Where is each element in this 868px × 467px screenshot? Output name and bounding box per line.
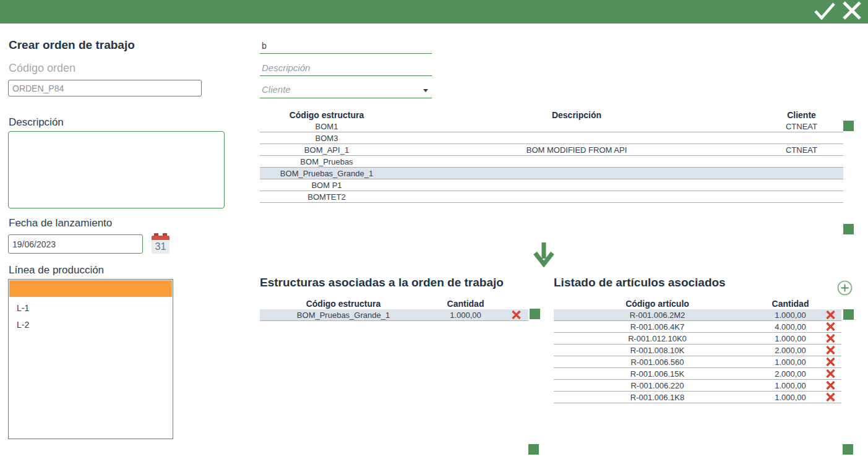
cell-codigo: R-001.006.2M2 <box>554 311 761 320</box>
delete-article-button[interactable] <box>820 380 841 391</box>
cell-codigo: BOMTET2 <box>260 192 393 202</box>
filter-codigo-input[interactable] <box>260 38 432 54</box>
header-codigo-estructura: Código estructura <box>260 110 393 120</box>
delete-article-button[interactable] <box>820 368 841 379</box>
transfer-down-arrow-icon[interactable] <box>533 241 554 270</box>
article-row[interactable]: R-001.006.560 1.000,00 <box>554 356 841 368</box>
chevron-down-icon <box>423 89 428 92</box>
filter-descripcion-input[interactable] <box>260 60 432 76</box>
confirm-button[interactable] <box>812 1 837 22</box>
linea-listbox[interactable]: L-1 L-2 <box>8 279 173 439</box>
linea-selected-row[interactable] <box>9 280 172 297</box>
codigo-orden-input[interactable] <box>8 80 202 96</box>
plus-circle-icon <box>837 280 853 296</box>
article-row[interactable]: R-001.006.4K7 4.000,00 <box>554 321 841 333</box>
structure-row[interactable]: BOM P1 <box>260 179 843 191</box>
header-codigo-articulo: Código artículo <box>554 299 761 309</box>
associated-articles-title: Listado de artículos asociados <box>554 276 726 289</box>
article-row[interactable]: R-001.006.15K 2.000,00 <box>554 368 841 380</box>
article-row[interactable]: R-001.006.2M2 1.000,00 <box>554 309 841 321</box>
associated-articles-table: Código artículo Cantidad R-001.006.2M2 1… <box>554 298 841 403</box>
scroll-thumb[interactable] <box>528 444 539 455</box>
article-row[interactable]: R-001.008.10K 2.000,00 <box>554 345 841 356</box>
delete-x-icon <box>825 380 836 390</box>
calendar-header-bar <box>152 236 170 240</box>
delete-structure-button[interactable] <box>504 309 528 320</box>
delete-x-icon <box>825 345 836 355</box>
cell-cantidad: 1.000,00 <box>761 381 820 390</box>
delete-x-icon <box>825 310 836 320</box>
structure-row[interactable]: BOM3 <box>260 132 843 144</box>
cell-codigo: BOM3 <box>260 134 393 143</box>
structure-row[interactable]: BOM_Pruebas <box>260 156 843 168</box>
structure-row[interactable]: BOM_API_1 BOM MODIFIED FROM API CTNEAT <box>260 144 843 156</box>
close-button[interactable] <box>840 1 864 22</box>
structures-table: Código estructura Descripción Cliente BO… <box>260 109 843 203</box>
scroll-thumb[interactable] <box>530 309 540 319</box>
calendar-icon[interactable]: 31 <box>152 233 170 254</box>
structure-row[interactable]: BOMTET2 <box>260 191 843 203</box>
delete-article-button[interactable] <box>820 333 841 344</box>
cell-codigo: R-001.006.220 <box>554 381 761 390</box>
cell-codigo: R-001.006.15K <box>554 369 761 379</box>
cell-cantidad: 2.000,00 <box>761 369 820 379</box>
page-title: Crear orden de trabajo <box>9 38 135 52</box>
cell-descripcion: BOM MODIFIED FROM API <box>393 145 760 155</box>
delete-x-icon <box>511 310 522 320</box>
associated-structure-row[interactable]: BOM_Pruebas_Grande_1 1.000,00 <box>260 309 528 321</box>
associated-structures-header: Código estructura Cantidad <box>260 298 528 309</box>
codigo-orden-label: Código orden <box>9 62 75 75</box>
header-cliente: Cliente <box>760 110 843 120</box>
scroll-thumb[interactable] <box>843 224 854 234</box>
cell-cliente: CTNEAT <box>760 145 843 155</box>
cell-cantidad: 1.000,00 <box>761 358 820 367</box>
delete-article-button[interactable] <box>820 345 841 356</box>
delete-article-button[interactable] <box>820 309 841 320</box>
cell-cantidad: 1.000,00 <box>427 311 504 320</box>
descripcion-textarea[interactable] <box>8 131 225 208</box>
scroll-thumb[interactable] <box>843 121 854 131</box>
article-row[interactable]: R-001.006.1K8 1.000,00 <box>554 392 841 403</box>
delete-article-button[interactable] <box>820 392 841 403</box>
filter-cliente-placeholder: Cliente <box>260 82 432 97</box>
scroll-thumb[interactable] <box>843 444 853 455</box>
associated-structures-title: Estructuras asociadas a la orden de trab… <box>260 276 504 289</box>
delete-x-icon <box>825 357 836 367</box>
cell-codigo: R-001.006.4K7 <box>554 322 761 332</box>
close-icon <box>841 1 862 23</box>
check-icon <box>813 1 836 22</box>
linea-item-l2[interactable]: L-2 <box>9 317 173 333</box>
associated-articles-header: Código artículo Cantidad <box>554 298 841 309</box>
cell-cliente: CTNEAT <box>760 122 843 131</box>
delete-article-button[interactable] <box>820 356 841 367</box>
structure-row[interactable]: BOM1 CTNEAT <box>260 121 843 132</box>
cell-codigo: BOM P1 <box>260 181 393 190</box>
cell-codigo: BOM_Pruebas <box>260 157 393 166</box>
structures-table-header: Código estructura Descripción Cliente <box>260 109 843 121</box>
filter-cliente-select[interactable]: Cliente <box>260 82 432 98</box>
fecha-input[interactable] <box>8 234 143 254</box>
add-article-button[interactable] <box>837 280 853 298</box>
header-codigo-estructura: Código estructura <box>260 299 427 309</box>
cell-codigo: R-001.012.10K0 <box>554 334 761 343</box>
cell-codigo: BOM_API_1 <box>260 145 393 155</box>
header-descripcion: Descripción <box>393 110 760 120</box>
descripcion-label: Descripción <box>9 116 64 129</box>
linea-label: Línea de producción <box>9 264 104 276</box>
article-row[interactable]: R-001.012.10K0 1.000,00 <box>554 333 841 345</box>
cell-codigo: R-001.006.560 <box>554 358 761 367</box>
linea-item-l1[interactable]: L-1 <box>9 300 173 317</box>
header-cantidad: Cantidad <box>427 299 504 309</box>
structure-row-selected[interactable]: BOM_Pruebas_Grande_1 <box>260 168 843 179</box>
delete-article-button[interactable] <box>820 321 841 332</box>
cell-codigo: R-001.006.1K8 <box>554 393 761 402</box>
article-row[interactable]: R-001.006.220 1.000,00 <box>554 380 841 392</box>
scroll-thumb[interactable] <box>843 309 854 320</box>
delete-x-icon <box>825 369 836 379</box>
cell-codigo: BOM1 <box>260 122 393 131</box>
associated-structures-table: Código estructura Cantidad BOM_Pruebas_G… <box>260 298 528 321</box>
cell-codigo: BOM_Pruebas_Grande_1 <box>260 169 393 178</box>
cell-cantidad: 1.000,00 <box>761 311 820 320</box>
cell-cantidad: 2.000,00 <box>761 346 820 355</box>
cell-codigo: R-001.008.10K <box>554 346 761 355</box>
